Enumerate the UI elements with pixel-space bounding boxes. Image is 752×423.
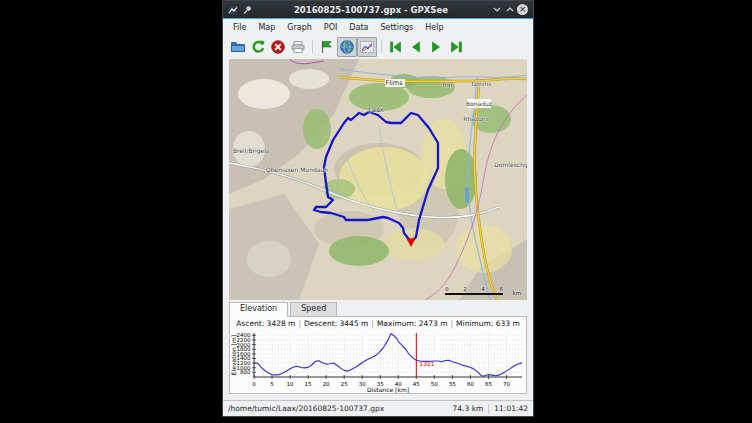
toolbar xyxy=(223,35,533,58)
svg-text:40: 40 xyxy=(395,381,402,387)
file-path: /home/tumic/Laax/20160825-100737.gpx xyxy=(228,404,453,413)
show-map-button[interactable] xyxy=(337,37,357,57)
svg-text:60: 60 xyxy=(467,381,474,387)
reload-file-button[interactable] xyxy=(248,37,268,57)
close-file-icon xyxy=(270,39,286,55)
stat-separator: | xyxy=(448,319,457,328)
svg-text:70: 70 xyxy=(503,381,510,387)
tab-elevation[interactable]: Elevation xyxy=(229,302,288,317)
statusbar: /home/tumic/Laax/20160825-100737.gpx 74.… xyxy=(223,400,533,416)
menu-file[interactable]: File xyxy=(227,22,252,33)
gpxsee-window: 20160825-100737.gpx - GPXSee × File Map … xyxy=(222,0,534,417)
previous-file-icon xyxy=(408,39,424,55)
svg-text:45: 45 xyxy=(413,381,420,387)
app-icon xyxy=(227,4,239,16)
menubar: File Map Graph POI Data Settings Help xyxy=(223,19,533,35)
graph-tabbar: Elevation Speed xyxy=(229,302,533,317)
stat-minimum: Minimum: 633 m xyxy=(456,319,520,328)
last-file-icon xyxy=(448,39,464,55)
svg-text:25: 25 xyxy=(341,381,348,387)
svg-text:30: 30 xyxy=(359,381,366,387)
toolbar-separator xyxy=(312,40,313,53)
map-view[interactable]: Flims Laax Breil/Brigels Obersaxen Munda… xyxy=(229,59,527,300)
scale-bar xyxy=(445,293,503,296)
svg-text:10: 10 xyxy=(287,381,294,387)
stat-separator: | xyxy=(295,319,304,328)
map-label: Laax xyxy=(368,106,383,114)
svg-text:65: 65 xyxy=(485,381,492,387)
next-file-icon xyxy=(428,39,444,55)
open-file-icon xyxy=(230,39,246,55)
svg-text:55: 55 xyxy=(449,381,456,387)
svg-text:5: 5 xyxy=(270,381,274,387)
next-file-button[interactable] xyxy=(426,37,446,57)
status-separator xyxy=(488,404,489,414)
track-distance: 74.3 km xyxy=(453,404,484,413)
track-statistics: Ascent: 3428 m|Descent: 3445 m|Maximum: … xyxy=(230,317,526,329)
stat-maximum: Maximum: 2473 m xyxy=(377,319,448,328)
print-icon xyxy=(290,39,306,55)
open-file-button[interactable] xyxy=(228,37,248,57)
menu-poi[interactable]: POI xyxy=(318,22,343,33)
map-label: Bonaduz xyxy=(466,100,492,107)
stat-separator: | xyxy=(368,319,377,328)
map-label: Obersaxen Mundaun xyxy=(266,166,328,173)
close-button[interactable]: × xyxy=(516,3,529,16)
tab-speed[interactable]: Speed xyxy=(290,302,337,317)
menu-help[interactable]: Help xyxy=(419,22,449,33)
track-time: 11:01:42 xyxy=(494,404,528,413)
titlebar[interactable]: 20160825-100737.gpx - GPXSee × xyxy=(223,1,533,19)
map-label: Flims xyxy=(385,79,402,87)
svg-text:1321: 1321 xyxy=(419,360,434,367)
map-label: Trin xyxy=(442,81,453,88)
map-label: Tamins xyxy=(471,80,492,87)
scale-tick: 2 xyxy=(463,286,467,292)
map-scale: 0 2 4 6 km xyxy=(445,286,521,296)
first-file-icon xyxy=(388,39,404,55)
menu-map[interactable]: Map xyxy=(252,22,281,33)
scale-tick: 4 xyxy=(481,286,485,292)
print-button[interactable] xyxy=(288,37,308,57)
reload-file-icon xyxy=(250,39,266,55)
menu-settings[interactable]: Settings xyxy=(374,22,419,33)
svg-text:2400: 2400 xyxy=(237,332,251,338)
scale-tick: 6 xyxy=(499,286,503,292)
window-title: 20160825-100737.gpx - GPXSee xyxy=(252,5,490,15)
scale-tick: 0 xyxy=(445,286,449,292)
first-file-button[interactable] xyxy=(386,37,406,57)
show-graphs-icon xyxy=(359,39,375,55)
show-map-icon xyxy=(339,39,355,55)
show-graphs-button[interactable] xyxy=(357,37,377,57)
minimize-button[interactable] xyxy=(490,3,503,16)
map-label: Domleschg xyxy=(494,161,527,168)
x-axis-title: Distance [km] xyxy=(367,386,409,393)
elevation-chart[interactable]: Distance [km] Elevation [m] 800100012001… xyxy=(230,329,526,393)
map-artwork xyxy=(229,59,527,300)
show-poi-button[interactable] xyxy=(317,37,337,57)
scale-unit: km xyxy=(512,290,521,296)
svg-text:15: 15 xyxy=(305,381,312,387)
elevation-graph-panel: Ascent: 3428 m|Descent: 3445 m|Maximum: … xyxy=(229,316,527,394)
previous-file-button[interactable] xyxy=(406,37,426,57)
map-label: Rhäzüns xyxy=(463,115,489,122)
pin-icon[interactable] xyxy=(242,5,252,15)
last-file-button[interactable] xyxy=(446,37,466,57)
show-poi-icon xyxy=(319,39,335,55)
svg-text:20: 20 xyxy=(323,381,330,387)
stat-descent: Descent: 3445 m xyxy=(304,319,368,328)
maximize-button[interactable] xyxy=(503,3,516,16)
svg-text:35: 35 xyxy=(377,381,384,387)
svg-text:50: 50 xyxy=(431,381,438,387)
stat-ascent: Ascent: 3428 m xyxy=(236,319,295,328)
menu-data[interactable]: Data xyxy=(343,22,374,33)
toolbar-separator xyxy=(381,40,382,53)
close-icon: × xyxy=(517,4,528,15)
close-file-button[interactable] xyxy=(268,37,288,57)
svg-text:0: 0 xyxy=(252,381,256,387)
menu-graph[interactable]: Graph xyxy=(281,22,318,33)
map-label: Breil/Brigels xyxy=(233,147,269,154)
